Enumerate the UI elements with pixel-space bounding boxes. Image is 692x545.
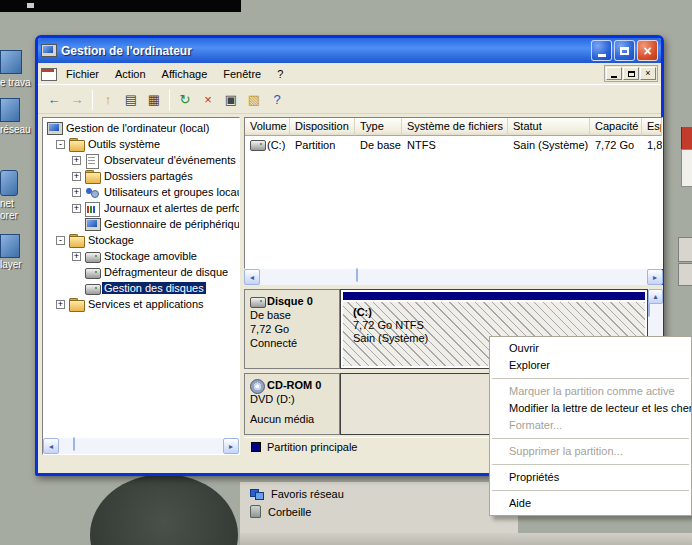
disk-management-icon xyxy=(85,282,99,295)
forward-icon[interactable]: → xyxy=(66,90,88,110)
tree-toggle[interactable]: - xyxy=(56,236,65,245)
recycle-bin-icon xyxy=(250,505,261,518)
tree-item-stockage[interactable]: - Stockage xyxy=(43,232,239,248)
shared-folders-icon xyxy=(85,170,99,183)
scroll-right-button[interactable]: ▸ xyxy=(223,438,239,454)
scroll-left-button[interactable]: ◂ xyxy=(43,438,59,454)
desktop-shortcut-icon[interactable] xyxy=(0,50,22,74)
tree-item-observateur-evenements[interactable]: + Observateur d'événements xyxy=(43,152,239,168)
column-header-systeme-fichiers[interactable]: Système de fichiers xyxy=(402,118,508,136)
desktop-shortcut-label[interactable]: net xyxy=(0,198,40,209)
tree-item-stockage-amovible[interactable]: + Stockage amovible xyxy=(43,248,239,264)
disk0-type: De base xyxy=(250,308,334,322)
tree-item-utilisateurs-groupes[interactable]: + Utilisateurs et groupes locau xyxy=(43,184,239,200)
tree-item-dossiers-partages[interactable]: + Dossiers partagés xyxy=(43,168,239,184)
delete-icon[interactable]: × xyxy=(197,90,219,110)
cdrom-header[interactable]: CD-ROM 0 DVD (D:) Aucun média xyxy=(244,373,340,435)
desktop-shortcut-label[interactable]: réseau xyxy=(0,124,40,135)
column-header-espace[interactable]: Esp xyxy=(642,118,662,136)
column-header-volume[interactable]: Volume xyxy=(245,118,290,136)
tree-toggle[interactable]: - xyxy=(56,140,65,149)
volume-status: Sain (Système) xyxy=(508,139,590,151)
context-menu-explorer[interactable]: Explorer xyxy=(490,357,691,374)
show-hide-tree-icon[interactable]: ▤ xyxy=(120,90,142,110)
volume-icon xyxy=(250,138,264,151)
column-header-disposition[interactable]: Disposition xyxy=(290,118,355,136)
tree-item-outils-systeme[interactable]: - Outils système xyxy=(43,136,239,152)
scroll-up-button[interactable]: ▴ xyxy=(648,289,663,304)
tree-item-gestion-des-disques[interactable]: Gestion des disques xyxy=(43,280,239,296)
tree-item-gestionnaire-peripheriques[interactable]: Gestionnaire de périphérique xyxy=(43,216,239,232)
scroll-thumb[interactable] xyxy=(648,303,650,317)
context-menu-modifier-lettre[interactable]: Modifier la lettre de lecteur et les che… xyxy=(490,400,691,417)
tree-item-label: Gestionnaire de périphérique xyxy=(102,218,240,230)
mdi-close-button[interactable]: × xyxy=(640,67,656,80)
desktop-shortcut-icon[interactable] xyxy=(0,234,20,258)
back-icon[interactable]: ← xyxy=(43,90,65,110)
tree-toggle[interactable]: + xyxy=(72,156,81,165)
tree-item-services-applications[interactable]: + Services et applications xyxy=(43,296,239,312)
list-horizontal-scrollbar[interactable]: ◂ ▸ xyxy=(244,269,663,285)
scroll-track[interactable] xyxy=(59,438,223,454)
disk0-header[interactable]: Disque 0 De base 7,72 Go Connecté xyxy=(244,289,340,369)
column-header-statut[interactable]: Statut xyxy=(508,118,590,136)
mdi-restore-button[interactable] xyxy=(623,67,639,80)
desktop-shortcut-icon[interactable] xyxy=(0,98,20,122)
menu-separator xyxy=(492,490,689,491)
refresh-icon[interactable]: ↻ xyxy=(174,90,196,110)
context-menu-aide[interactable]: Aide xyxy=(490,495,691,512)
column-header-capacite[interactable]: Capacité xyxy=(590,118,642,136)
context-menu-ouvrir[interactable]: Ouvrir xyxy=(490,340,691,357)
removable-storage-icon xyxy=(85,250,99,263)
context-menu-proprietes[interactable]: Propriétés xyxy=(490,469,691,486)
menu-affichage[interactable]: Affichage xyxy=(154,65,216,83)
scroll-thumb[interactable] xyxy=(73,437,75,451)
tree-item-defragmenteur[interactable]: Défragmenteur de disque xyxy=(43,264,239,280)
tree-toggle[interactable]: + xyxy=(72,172,81,181)
column-header-type[interactable]: Type xyxy=(355,118,402,136)
background-window-strip xyxy=(0,0,241,12)
properties-icon[interactable]: ▣ xyxy=(220,90,242,110)
scroll-track[interactable] xyxy=(260,269,647,285)
scroll-left-button[interactable]: ◂ xyxy=(244,269,260,285)
disk0-name: Disque 0 xyxy=(267,294,313,308)
tree-item-label: Dossiers partagés xyxy=(102,170,195,182)
menu-separator xyxy=(492,464,689,465)
minimize-button[interactable] xyxy=(591,40,612,61)
scroll-right-button[interactable]: ▸ xyxy=(647,269,663,285)
desktop-shortcut-label[interactable]: layer xyxy=(0,259,40,270)
storage-icon xyxy=(69,234,83,247)
desktop-item-corbeille[interactable]: Corbeille xyxy=(250,505,311,518)
tree-item-label: Stockage amovible xyxy=(102,250,199,262)
window-fragment xyxy=(681,127,692,149)
legend-label: Partition principale xyxy=(267,441,358,453)
desktop-shortcut-icon[interactable] xyxy=(0,170,18,196)
menu-help[interactable]: ? xyxy=(269,65,291,83)
export-list-icon[interactable]: ▦ xyxy=(143,90,165,110)
tree-toggle[interactable]: + xyxy=(56,300,65,309)
help-icon[interactable]: ? xyxy=(266,90,288,110)
console-tree-pane: Gestion de l'ordinateur (local) - Outils… xyxy=(42,117,240,455)
menu-fichier[interactable]: Fichier xyxy=(58,65,107,83)
close-button[interactable]: × xyxy=(637,40,658,61)
desktop-shortcut-label[interactable]: e trava xyxy=(0,77,40,88)
tree-horizontal-scrollbar[interactable]: ◂ ▸ xyxy=(43,438,239,454)
desktop-item-favoris-reseau[interactable]: Favoris réseau xyxy=(250,487,344,500)
tree-toggle[interactable]: + xyxy=(72,204,81,213)
menu-action[interactable]: Action xyxy=(107,65,154,83)
window-titlebar[interactable]: Gestion de l'ordinateur × xyxy=(38,38,661,63)
tree-toggle[interactable]: + xyxy=(72,252,81,261)
tree-item-label: Gestion des disques xyxy=(102,282,206,294)
open-folder-icon[interactable]: ▧ xyxy=(243,90,265,110)
mdi-minimize-button[interactable] xyxy=(606,67,622,80)
menu-fenetre[interactable]: Fenêtre xyxy=(215,65,269,83)
scroll-thumb[interactable] xyxy=(356,268,358,282)
volume-row-c[interactable]: (C:) Partition De base NTFS Sain (Systèm… xyxy=(245,136,662,153)
up-folder-icon[interactable]: ↑ xyxy=(97,90,119,110)
desktop-shortcut-label[interactable]: orer xyxy=(0,210,40,221)
tree-toggle[interactable]: + xyxy=(72,188,81,197)
tree-item-root[interactable]: Gestion de l'ordinateur (local) xyxy=(43,120,239,136)
disk-icon xyxy=(250,295,264,308)
maximize-button[interactable] xyxy=(614,40,635,61)
tree-item-journaux-alertes[interactable]: + Journaux et alertes de perfo xyxy=(43,200,239,216)
